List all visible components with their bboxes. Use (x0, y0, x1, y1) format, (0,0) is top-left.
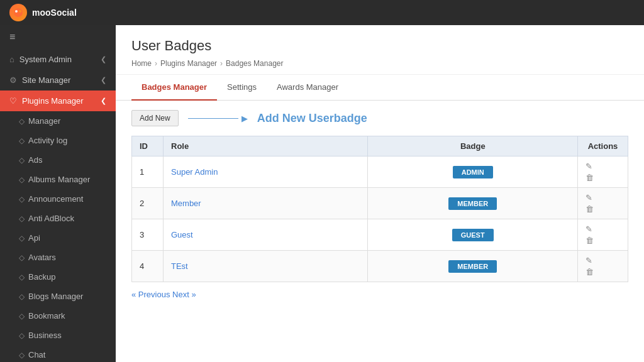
tabs-bar: Badges Manager Settings Awards Manager (116, 75, 644, 101)
cell-id: 4 (132, 251, 164, 282)
app-logo: mooSocial (9, 4, 77, 21)
sidebar-sub-item-backup[interactable]: ◇ Backup (0, 267, 116, 287)
sidebar-sub-item-albums-manager[interactable]: ◇ Albums Manager (0, 170, 116, 189)
prev-page-link[interactable]: « Previous (131, 290, 170, 299)
sidebar-item-site-manager[interactable]: ⚙ Site Manager ❮ (0, 70, 116, 90)
sub-icon: ◇ (19, 234, 25, 243)
add-new-button[interactable]: Add New (131, 110, 179, 126)
add-new-label: Add New Userbadge (257, 112, 367, 125)
sub-icon: ◇ (19, 273, 25, 282)
delete-icon[interactable]: 🗑 (586, 236, 620, 245)
sidebar-sub-item-activity-log[interactable]: ◇ Activity log (0, 131, 116, 150)
table-row: 2 Member MEMBER ✎ 🗑 (132, 188, 628, 219)
sidebar-sub-item-bookmark[interactable]: ◇ Bookmark (0, 306, 116, 326)
sidebar-sub-item-announcement[interactable]: ◇ Announcement (0, 189, 116, 209)
role-link[interactable]: Member (171, 199, 201, 208)
pagination: « Previous Next » (131, 290, 628, 299)
tab-badges-manager[interactable]: Badges Manager (131, 75, 217, 101)
edit-icon[interactable]: ✎ (586, 256, 620, 265)
sidebar-sub-label: Ads (28, 155, 42, 165)
breadcrumb-current: Badges Manager (226, 59, 283, 68)
svg-point-1 (15, 10, 18, 13)
badge-button[interactable]: MEMBER (448, 197, 497, 210)
table-row: 4 TEst MEMBER ✎ 🗑 (132, 251, 628, 282)
arrow-tip: ▶ (242, 114, 248, 123)
edit-icon[interactable]: ✎ (586, 162, 620, 171)
sub-icon: ◇ (19, 117, 25, 126)
add-new-section: Add New ▶ Add New Userbadge (131, 110, 628, 126)
svg-point-0 (14, 8, 23, 17)
gear-icon: ⚙ (9, 75, 17, 85)
col-badge: Badge (368, 136, 578, 156)
chevron-left-icon: ❮ (101, 97, 106, 105)
sidebar-item-plugins-manager[interactable]: ♡ Plugins Manager ❮ (0, 90, 116, 111)
sidebar-sub-label: Announcement (28, 194, 83, 204)
sidebar-sub-label: Anti AdBlock (28, 214, 74, 223)
badge-button[interactable]: MEMBER (448, 260, 497, 273)
role-link[interactable]: Guest (171, 230, 193, 239)
cell-badge: MEMBER (368, 251, 578, 282)
content-header: User Badges Home › Plugins Manager › Bad… (116, 25, 644, 75)
sidebar-item-label: Site Manager (22, 75, 70, 85)
role-link[interactable]: TEst (171, 261, 188, 271)
sidebar-item-label: System Admin (19, 55, 72, 64)
sidebar-sub-item-anti-adblock[interactable]: ◇ Anti AdBlock (0, 209, 116, 228)
badge-button[interactable]: ADMIN (453, 166, 493, 178)
table-row: 3 Guest GUEST ✎ 🗑 (132, 219, 628, 251)
breadcrumb-plugins-manager[interactable]: Plugins Manager (160, 59, 217, 68)
cell-badge: ADMIN (368, 156, 578, 188)
cell-id: 1 (132, 156, 164, 188)
sub-icon: ◇ (19, 175, 25, 184)
tab-settings[interactable]: Settings (217, 75, 267, 101)
role-link[interactable]: Super Admin (171, 167, 218, 177)
delete-icon[interactable]: 🗑 (586, 204, 620, 214)
sidebar-sub-label: Albums Manager (28, 175, 90, 184)
cell-role: Super Admin (164, 156, 368, 188)
cell-badge: GUEST (368, 219, 578, 251)
sidebar-sub-label: Bookmark (28, 311, 65, 321)
table-row: 1 Super Admin ADMIN ✎ 🗑 (132, 156, 628, 188)
delete-icon[interactable]: 🗑 (586, 267, 620, 277)
sidebar-sub-item-api[interactable]: ◇ Api (0, 228, 116, 248)
next-page-link[interactable]: Next » (172, 290, 196, 299)
breadcrumb-sep: › (220, 59, 223, 68)
sidebar-sub-item-business[interactable]: ◇ Business (0, 326, 116, 345)
breadcrumb-sep: › (155, 59, 157, 68)
sidebar-sub-label: Activity log (28, 136, 67, 145)
breadcrumb-home[interactable]: Home (131, 59, 152, 68)
sidebar-sub-label: Blogs Manager (28, 292, 83, 301)
sub-icon: ◇ (19, 156, 25, 165)
cell-id: 2 (132, 188, 164, 219)
sidebar-sub-item-manager[interactable]: ◇ Manager (0, 111, 116, 131)
app-name: mooSocial (32, 8, 77, 18)
sidebar-sub-item-ads[interactable]: ◇ Ads (0, 150, 116, 170)
edit-icon[interactable]: ✎ (586, 193, 620, 202)
content-body: Add New ▶ Add New Userbadge ID Role Badg… (116, 101, 644, 362)
chevron-left-icon: ❮ (101, 76, 106, 84)
sidebar-sub-label: Chat (28, 350, 45, 359)
badge-button[interactable]: GUEST (452, 229, 494, 241)
sub-icon: ◇ (19, 331, 25, 340)
hamburger-button[interactable]: ≡ (0, 25, 116, 49)
sub-icon: ◇ (19, 214, 25, 223)
sub-icon: ◇ (19, 312, 25, 321)
cell-actions: ✎ 🗑 (578, 251, 628, 282)
sidebar-sub-label: Business (28, 331, 62, 340)
sidebar-sub-item-avatars[interactable]: ◇ Avatars (0, 248, 116, 267)
sidebar-sub-item-chat[interactable]: ◇ Chat (0, 345, 116, 362)
sidebar-sub-label: Avatars (28, 253, 56, 262)
sidebar-sub-item-blogs-manager[interactable]: ◇ Blogs Manager (0, 287, 116, 306)
sub-icon: ◇ (19, 195, 25, 204)
sidebar: ≡ ⌂ System Admin ❮ ⚙ Site Manager ❮ ♡ Pl… (0, 25, 116, 362)
edit-icon[interactable]: ✎ (586, 224, 620, 234)
cell-actions: ✎ 🗑 (578, 219, 628, 251)
cell-badge: MEMBER (368, 188, 578, 219)
cell-role: Member (164, 188, 368, 219)
svg-point-2 (19, 10, 21, 13)
cell-actions: ✎ 🗑 (578, 156, 628, 188)
delete-icon[interactable]: 🗑 (586, 173, 620, 182)
plugin-icon: ♡ (9, 96, 17, 106)
tab-awards-manager[interactable]: Awards Manager (267, 75, 348, 101)
sidebar-item-system-admin[interactable]: ⌂ System Admin ❮ (0, 49, 116, 70)
sub-icon: ◇ (19, 351, 25, 359)
